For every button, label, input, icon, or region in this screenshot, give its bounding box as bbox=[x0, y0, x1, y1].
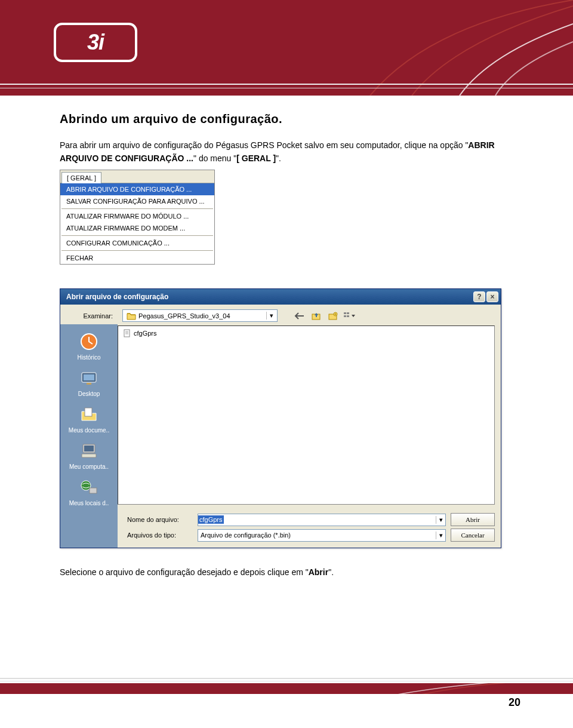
sidebar-label: Meu computa.. bbox=[69, 463, 109, 470]
help-button[interactable]: ? bbox=[473, 291, 485, 302]
menu-item-fechar[interactable]: FECHAR bbox=[60, 252, 214, 264]
folder-select-combo[interactable]: Pegasus_GPRS_Studio_v3_04 ▾ bbox=[122, 309, 278, 322]
menu-separator-2 bbox=[61, 235, 213, 236]
svg-rect-3 bbox=[344, 312, 346, 314]
menu-tab-geral[interactable]: [ GERAL ] bbox=[61, 172, 101, 183]
intro-text-1: Para abrir um arquivo de configuração do… bbox=[60, 140, 468, 150]
filetype-row: Arquivos do tipo: Arquivo de configuraçã… bbox=[127, 529, 495, 542]
back-arrow-icon[interactable] bbox=[293, 310, 306, 322]
folder-dropdown-icon[interactable]: ▾ bbox=[266, 312, 276, 320]
open-button[interactable]: Abrir bbox=[451, 513, 495, 526]
up-folder-icon[interactable] bbox=[310, 310, 323, 322]
footer-bar bbox=[0, 683, 573, 694]
filetype-dropdown-icon[interactable]: ▾ bbox=[436, 532, 445, 539]
sidebar-computer[interactable]: Meu computa.. bbox=[64, 437, 113, 474]
toolbar-icons bbox=[293, 310, 356, 322]
logo-text: 3i bbox=[87, 30, 104, 55]
places-sidebar: Histórico Desktop Meus docume.. bbox=[60, 324, 118, 548]
footer-rule-2 bbox=[0, 681, 573, 681]
filetype-select[interactable]: Arquivo de configuração (*.bin) ▾ bbox=[198, 529, 446, 542]
desktop-icon bbox=[78, 368, 100, 388]
svg-rect-17 bbox=[124, 330, 130, 337]
footer-rule-1 bbox=[0, 678, 573, 679]
sidebar-label: Desktop bbox=[78, 391, 100, 397]
header-rule-2 bbox=[0, 88, 573, 88]
brand-logo: 3i bbox=[54, 23, 137, 62]
svg-rect-9 bbox=[84, 374, 94, 380]
menu-separator-3 bbox=[61, 250, 213, 251]
caption-text-1: Selecione o arquivo de configuração dese… bbox=[60, 567, 309, 577]
network-places-icon bbox=[78, 477, 100, 497]
sidebar-documents[interactable]: Meus docume.. bbox=[64, 401, 113, 437]
view-menu-icon[interactable] bbox=[343, 310, 356, 322]
filename-row: Nome do arquivo: cfgGprs ▾ Abrir bbox=[127, 513, 495, 526]
sidebar-desktop[interactable]: Desktop bbox=[64, 364, 113, 401]
page-footer: 20 bbox=[0, 678, 573, 728]
sidebar-label: Histórico bbox=[78, 354, 101, 361]
filename-value: cfgGprs bbox=[198, 515, 224, 524]
filetype-value: Arquivo de configuração (*.bin) bbox=[198, 532, 293, 539]
caption-paragraph: Selecione o arquivo de configuração dese… bbox=[60, 567, 519, 577]
filetype-label: Arquivos do tipo: bbox=[127, 532, 193, 539]
page-content: Abrindo um arquivo de configuração. Para… bbox=[0, 96, 573, 577]
dialog-toolbar: Examinar: Pegasus_GPRS_Studio_v3_04 ▾ bbox=[60, 305, 501, 324]
page-number: 20 bbox=[509, 696, 520, 709]
svg-rect-4 bbox=[347, 312, 349, 314]
dialog-body: Histórico Desktop Meus docume.. bbox=[60, 324, 501, 548]
dialog-title: Abrir arquivo de configuração bbox=[63, 293, 472, 301]
file-open-dialog: Abrir arquivo de configuração ? × Examin… bbox=[60, 288, 501, 548]
header-rule-1 bbox=[0, 84, 573, 85]
cancel-button[interactable]: Cancelar bbox=[451, 529, 495, 542]
menu-screenshot: [ GERAL ] ABRIR ARQUIVO DE CONFIGURAÇÃO … bbox=[60, 170, 215, 265]
svg-rect-16 bbox=[90, 488, 97, 493]
close-button[interactable]: × bbox=[486, 291, 498, 302]
menu-item-abrir-arquivo[interactable]: ABRIR ARQUIVO DE CONFIGURAÇÃO ... bbox=[60, 183, 214, 195]
footer-arcs-decoration bbox=[394, 683, 573, 694]
menu-separator-1 bbox=[61, 208, 213, 209]
filename-dropdown-icon[interactable]: ▾ bbox=[436, 516, 445, 524]
caption-bold: Abrir bbox=[309, 567, 328, 577]
history-icon bbox=[78, 331, 100, 352]
svg-rect-14 bbox=[82, 454, 96, 457]
menu-items-list: ABRIR ARQUIVO DE CONFIGURAÇÃO ... SALVAR… bbox=[60, 183, 214, 264]
page-header: 3i bbox=[0, 0, 573, 96]
header-arcs-decoration bbox=[275, 0, 573, 96]
menu-tab-row: [ GERAL ] bbox=[60, 170, 214, 183]
svg-rect-13 bbox=[84, 446, 94, 451]
sidebar-historico[interactable]: Histórico bbox=[64, 328, 113, 364]
file-name-text: cfgGprs bbox=[134, 330, 157, 337]
menu-item-configurar-comunicacao[interactable]: CONFIGURAR COMUNICAÇÃO ... bbox=[60, 237, 214, 249]
file-item-cfggprs[interactable]: cfgGprs bbox=[121, 328, 159, 338]
menu-item-salvar[interactable]: SALVAR CONFIGURAÇÃO PARA ARQUIVO ... bbox=[60, 195, 214, 207]
filename-input[interactable]: cfgGprs ▾ bbox=[198, 514, 446, 526]
sidebar-network[interactable]: Meus locais d.. bbox=[64, 474, 113, 510]
caption-text-2: ". bbox=[328, 567, 334, 577]
folder-name-text: Pegasus_GPRS_Studio_v3_04 bbox=[138, 312, 266, 320]
open-folder-icon bbox=[127, 312, 136, 320]
file-list-area[interactable]: cfgGprs bbox=[118, 325, 495, 505]
intro-bold-menu: [ GERAL ] bbox=[236, 153, 276, 163]
svg-rect-5 bbox=[344, 315, 346, 317]
dialog-titlebar[interactable]: Abrir arquivo de configuração ? × bbox=[60, 289, 501, 305]
menu-item-firmware-modulo[interactable]: ATUALIZAR FIRMWARE DO MÓDULO ... bbox=[60, 210, 214, 222]
section-heading: Abrindo um arquivo de configuração. bbox=[60, 112, 519, 126]
svg-rect-6 bbox=[347, 315, 349, 317]
menu-item-firmware-modem[interactable]: ATUALIZAR FIRMWARE DO MODEM ... bbox=[60, 222, 214, 234]
sidebar-label: Meus docume.. bbox=[69, 427, 109, 434]
documents-icon bbox=[78, 404, 100, 425]
sidebar-label: Meus locais d.. bbox=[69, 500, 109, 506]
intro-text-mid: " do menu " bbox=[193, 153, 236, 163]
new-folder-icon[interactable] bbox=[326, 310, 340, 322]
dialog-bottom-panel: Nome do arquivo: cfgGprs ▾ Abrir Arquivo… bbox=[118, 507, 501, 548]
examine-label: Examinar: bbox=[70, 312, 118, 320]
intro-paragraph: Para abrir um arquivo de configuração do… bbox=[60, 139, 519, 165]
filename-label: Nome do arquivo: bbox=[127, 516, 193, 523]
computer-icon bbox=[78, 441, 100, 461]
svg-rect-11 bbox=[85, 408, 92, 416]
svg-rect-10 bbox=[87, 383, 91, 385]
intro-text-end: ". bbox=[276, 153, 281, 163]
file-icon bbox=[123, 329, 131, 337]
